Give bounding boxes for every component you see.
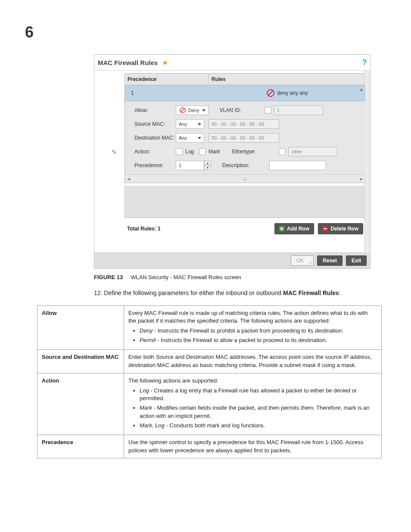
param-precedence-value: Use the spinner control to specify a pre… (124, 435, 382, 458)
scroll-left-icon[interactable]: ◄ (127, 177, 131, 181)
help-icon[interactable]: ? (359, 58, 370, 67)
chapter-number: 6 (25, 23, 385, 41)
param-allow-key: Allow (37, 305, 124, 349)
edit-pencil-icon[interactable]: ✎ (112, 149, 117, 156)
close-x-icon: × (309, 261, 311, 265)
column-header-rules[interactable]: Rules (209, 74, 365, 85)
chevron-down-icon (198, 123, 201, 125)
dest-mac-mode-dropdown[interactable]: Any (176, 133, 204, 143)
param-action-value: The following actions are supported: Log… (124, 373, 382, 435)
step-down-icon[interactable]: ▼ (204, 165, 211, 170)
panel-title: MAC Firewall Rules (94, 59, 161, 66)
step-up-icon[interactable]: ▲ (204, 161, 211, 165)
parameter-table: Allow Every MAC Firewall rule is made up… (37, 305, 382, 459)
log-label: Log (185, 149, 194, 155)
horizontal-scrollbar[interactable]: ◄|||► (125, 174, 365, 183)
log-checkbox[interactable] (176, 148, 183, 155)
description-label: Description: (222, 162, 249, 168)
description-input[interactable] (269, 161, 326, 170)
allow-value: Deny (188, 108, 199, 113)
deny-icon (267, 89, 274, 97)
param-allow-value: Every MAC Firewall rule is made up of ma… (124, 305, 382, 349)
chevron-down-icon (202, 109, 206, 112)
vlan-input[interactable]: 1 (274, 106, 323, 115)
mark-label: Mark (209, 149, 220, 155)
vlan-checkbox[interactable] (265, 107, 271, 114)
exit-button[interactable]: Exit (346, 255, 367, 266)
figure-caption: WLAN Security - MAC Firewall Rules scree… (131, 274, 241, 280)
figure-label: FIGURE 13 (94, 274, 123, 280)
screenshot-panel: MAC Firewall Rules ★ ? Precedence Rules … (94, 54, 371, 269)
source-mac-mode: Any (179, 121, 187, 127)
chevron-down-icon (198, 137, 201, 139)
delete-row-button[interactable]: Delete Row (318, 223, 363, 234)
action-label: Action: (134, 149, 176, 155)
allow-dropdown[interactable]: Deny (176, 106, 209, 115)
add-row-button[interactable]: Add Row (274, 223, 314, 234)
precedence-value[interactable]: 1 (176, 161, 204, 170)
rule-precedence-value: 1 (125, 90, 209, 96)
dest-mac-input[interactable]: 00 - 00 - 00 - 00 - 00 - 00 (209, 133, 279, 143)
minus-icon (323, 226, 328, 231)
ethertype-input[interactable]: other (288, 147, 337, 156)
allow-label: Allow: (134, 107, 176, 113)
table-row: Allow Every MAC Firewall rule is made up… (37, 305, 382, 349)
table-row: Action The following actions are support… (37, 373, 382, 435)
reset-button[interactable]: Reset (317, 255, 342, 266)
source-mac-input[interactable]: 00 - 00 - 00 - 00 - 00 - 00 (209, 119, 279, 129)
rule-summary: deny any any (277, 90, 308, 96)
scroll-right-icon[interactable]: ► (359, 177, 364, 181)
ethertype-checkbox[interactable] (279, 148, 286, 155)
vlan-label: VLAN ID: (220, 107, 241, 113)
param-sdmac-value: Enter both Source and Destination MAC ad… (124, 349, 382, 373)
dest-mac-mode: Any (179, 135, 187, 140)
dest-mac-label: Destination MAC: (134, 135, 176, 141)
precedence-label: Precedence: (134, 162, 176, 168)
ethertype-label: Ethertype: (232, 149, 256, 155)
precedence-stepper[interactable]: 1 ▲▼ (176, 161, 211, 170)
source-mac-label: Source MAC: (134, 121, 176, 127)
plus-icon (279, 226, 284, 231)
table-row: Precedence Use the spinner control to sp… (37, 435, 382, 458)
mark-checkbox[interactable] (199, 148, 206, 155)
scroll-up-icon[interactable]: ▲ (359, 87, 364, 92)
table-row: Source and Destination MAC Enter both So… (37, 349, 382, 373)
rule-row[interactable]: 1 deny any any ▲ (125, 85, 365, 101)
total-rules-label: Total Rules: 1 (127, 226, 161, 232)
source-mac-mode-dropdown[interactable]: Any (176, 119, 204, 129)
ok-button[interactable]: OK× (291, 255, 314, 266)
step-12: 12. Define the following parameters for … (94, 289, 385, 298)
param-sdmac-key: Source and Destination MAC (37, 349, 124, 373)
param-action-key: Action (37, 373, 124, 435)
required-star-icon: ★ (162, 59, 168, 67)
column-header-precedence[interactable]: Precedence (125, 74, 209, 85)
param-precedence-key: Precedence (37, 435, 124, 458)
